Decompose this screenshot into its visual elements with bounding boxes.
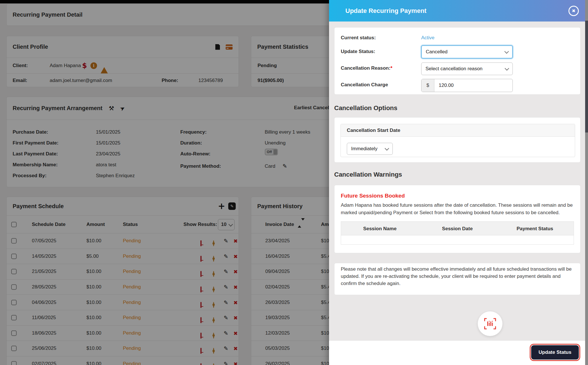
cancellation-warnings-card: Future Sessions Booked Adam Hapana has b… [334, 185, 581, 253]
col-session-date: Session Date [419, 222, 496, 235]
cancellation-charge-value: 120.00 [439, 83, 454, 88]
chevron-down-icon [385, 146, 389, 151]
sessions-table: Session Name Session Date Payment Status [341, 221, 574, 245]
col-session-name: Session Name [341, 222, 419, 235]
cancellation-reason-value: Select cancellation reason [425, 66, 482, 72]
update-status-button[interactable]: Update Status [531, 345, 579, 360]
barcode-scan-icon [483, 317, 497, 330]
cancellation-charge-input[interactable]: $ 120.00 [421, 79, 513, 92]
cancellation-reason-select[interactable]: Select cancellation reason [421, 63, 513, 75]
cancellation-warnings-heading: Cancellation Warnings [334, 171, 402, 178]
note-text: Please note that all changes will become… [341, 266, 574, 287]
cancellation-options-heading: Cancellation Options [334, 104, 397, 112]
start-date-box: Cancellation Start Date Immediately [341, 124, 575, 157]
note-card: Please note that all changes will become… [334, 263, 581, 295]
update-status-label: Update Status: [341, 49, 375, 54]
close-icon[interactable]: ✖ [568, 6, 579, 16]
start-date-label: Cancellation Start Date [341, 124, 575, 137]
chevron-down-icon [504, 49, 509, 54]
loading-spinner [478, 311, 502, 336]
status-form-card: Current status: Active Update Status: Ca… [334, 27, 581, 95]
cancellation-options-card: Cancellation Start Date Immediately [334, 117, 581, 163]
col-payment-status: Payment Status [496, 222, 574, 235]
future-sessions-title: Future Sessions Booked [341, 193, 405, 199]
update-recurring-payment-modal: Update Recurring Payment ✖ Current statu… [329, 0, 588, 365]
start-date-select[interactable]: Immediately [347, 143, 393, 155]
modal-header: Update Recurring Payment ✖ [329, 0, 588, 22]
currency-prefix: $ [421, 79, 434, 92]
modal-footer: Update Status [329, 340, 588, 365]
cancellation-charge-label: Cancellation Charge [341, 82, 388, 88]
sessions-table-empty-row [341, 235, 574, 245]
modal-title: Update Recurring Payment [345, 7, 426, 15]
start-date-value: Immediately [351, 146, 378, 152]
future-sessions-text: Adam Hapana has booked future sessions a… [341, 202, 574, 216]
current-status-value: Active [421, 35, 434, 41]
sessions-table-header: Session Name Session Date Payment Status [341, 221, 574, 235]
screen: Recurring Payment Detail Client Profile … [0, 0, 588, 365]
current-status-label: Current status: [341, 35, 376, 41]
update-status-value: Cancelled [426, 49, 448, 55]
scrollbar[interactable] [585, 0, 588, 365]
update-status-select[interactable]: Cancelled [421, 45, 513, 58]
required-marker: * [390, 65, 392, 71]
chevron-down-icon [505, 66, 509, 71]
cancellation-reason-label: Cancellation Reason:* [341, 65, 392, 71]
scrollbar-thumb[interactable] [585, 21, 588, 132]
